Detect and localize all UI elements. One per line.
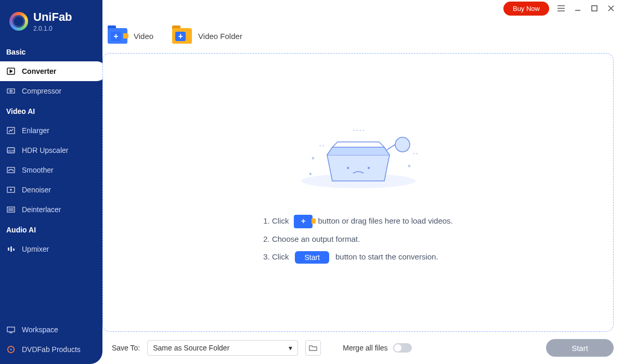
sidebar-item-label: Converter <box>22 67 56 75</box>
instructions: 1. Click + button or drag files here to … <box>263 212 453 266</box>
svg-text:- - - -: - - - - <box>353 127 365 133</box>
section-audio-ai: Audio AI <box>0 219 102 239</box>
app-name: UniFab <box>33 10 72 24</box>
browse-folder-button[interactable] <box>305 340 321 356</box>
merge-label: Merge all files <box>343 344 387 352</box>
sidebar-item-label: DVDFab Products <box>22 345 81 354</box>
saveto-value: Same as Source Folder <box>153 344 229 352</box>
toolbar: + Video + Video Folder <box>102 17 623 53</box>
folder-open-icon <box>309 344 317 352</box>
section-video-ai: Video AI <box>0 101 102 121</box>
app-version: 2.0.1.0 <box>33 25 72 32</box>
svg-text:+: + <box>309 171 312 177</box>
sidebar-item-label: Upmixer <box>22 245 49 253</box>
denoiser-icon <box>6 186 16 194</box>
dvdfab-icon <box>6 345 16 354</box>
titlebar: Buy Now <box>102 0 623 17</box>
menu-icon[interactable] <box>556 4 566 13</box>
svg-text:- -: - - <box>413 150 418 156</box>
svg-text:- -: - - <box>319 142 324 148</box>
step-3-post: button to start the conversion. <box>335 248 438 266</box>
sidebar-item-deinterlacer[interactable]: Deinterlacer <box>0 200 102 219</box>
sidebar-item-label: Denoiser <box>22 186 51 194</box>
dropzone-illustration: × + × - - - - - - - - <box>291 119 426 197</box>
svg-point-18 <box>395 137 410 152</box>
svg-text:HDR: HDR <box>8 149 15 152</box>
sidebar-item-label: Deinterlacer <box>22 205 61 214</box>
inline-start-button: Start <box>295 251 329 264</box>
start-button[interactable]: Start <box>546 339 614 357</box>
sidebar-item-enlarger[interactable]: Enlarger <box>0 121 102 140</box>
sidebar-item-label: Workspace <box>22 326 58 334</box>
sidebar-item-converter[interactable]: Converter <box>0 61 107 81</box>
sidebar-item-workspace[interactable]: Workspace <box>0 320 102 340</box>
converter-icon <box>6 67 16 75</box>
close-icon[interactable] <box>606 4 616 13</box>
sidebar-item-label: Smoother <box>22 166 54 174</box>
step-1-post: button or drag files here to load videos… <box>318 212 452 230</box>
merge-toggle[interactable] <box>393 343 412 353</box>
workspace-icon <box>6 326 16 334</box>
svg-point-16 <box>347 167 349 169</box>
main-area: Buy Now + Video + Video Folder <box>102 0 623 364</box>
svg-rect-10 <box>13 249 15 251</box>
chevron-down-icon: ▾ <box>289 344 292 352</box>
step-3: 3. Click Start button to start the conve… <box>263 248 453 266</box>
step-3-pre: 3. Click <box>263 248 289 266</box>
svg-rect-9 <box>10 246 12 252</box>
sidebar-item-label: HDR Upscaler <box>22 146 68 154</box>
dropzone[interactable]: × + × - - - - - - - - 1. Click + button … <box>102 53 614 332</box>
sidebar-item-upmixer[interactable]: Upmixer <box>0 239 102 259</box>
svg-point-13 <box>10 348 12 350</box>
plus-icon: + <box>294 215 313 228</box>
sidebar-item-smoother[interactable]: Smoother <box>0 160 102 180</box>
saveto-select[interactable]: Same as Source Folder ▾ <box>147 340 298 356</box>
merge-block: Merge all files <box>343 343 411 353</box>
step-2: 2. Choose an output format. <box>263 230 453 249</box>
add-folder-icon: + <box>172 28 192 44</box>
hdr-icon: HDR <box>6 146 16 154</box>
app-logo: UniFab 2.0.1.0 <box>0 0 102 42</box>
add-folder-label: Video Folder <box>198 32 242 41</box>
buy-now-button[interactable]: Buy Now <box>503 2 549 16</box>
sidebar: UniFab 2.0.1.0 Basic Converter Compresso… <box>0 0 102 364</box>
sidebar-item-dvdfab[interactable]: DVDFab Products <box>0 340 102 364</box>
bottombar: Save To: Same as Source Folder ▾ Merge a… <box>102 332 623 364</box>
sidebar-item-label: Enlarger <box>22 126 49 135</box>
enlarger-icon <box>6 126 16 135</box>
maximize-icon[interactable] <box>590 4 599 13</box>
saveto-label: Save To: <box>112 344 140 352</box>
smoother-icon <box>6 166 16 174</box>
svg-rect-14 <box>592 6 597 11</box>
add-video-button[interactable]: + Video <box>108 28 153 44</box>
sidebar-item-denoiser[interactable]: Denoiser <box>0 180 102 200</box>
add-video-icon: + <box>108 28 127 44</box>
svg-rect-11 <box>7 327 15 332</box>
svg-rect-8 <box>8 248 9 251</box>
section-basic: Basic <box>0 42 102 61</box>
logo-icon <box>9 12 28 31</box>
add-video-label: Video <box>134 32 153 41</box>
minimize-icon[interactable] <box>573 4 582 13</box>
upmixer-icon <box>6 245 16 253</box>
compressor-icon <box>6 87 16 95</box>
svg-point-17 <box>368 167 370 169</box>
add-folder-button[interactable]: + Video Folder <box>172 28 242 44</box>
deinterlacer-icon <box>6 205 16 214</box>
svg-rect-5 <box>7 167 15 173</box>
svg-text:×: × <box>408 163 411 169</box>
step-1: 1. Click + button or drag files here to … <box>263 212 453 230</box>
svg-text:×: × <box>312 155 315 161</box>
sidebar-item-hdr[interactable]: HDR HDR Upscaler <box>0 140 102 160</box>
step-1-pre: 1. Click <box>263 212 289 230</box>
sidebar-item-label: Compressor <box>22 87 61 95</box>
sidebar-item-compressor[interactable]: Compressor <box>0 81 102 101</box>
